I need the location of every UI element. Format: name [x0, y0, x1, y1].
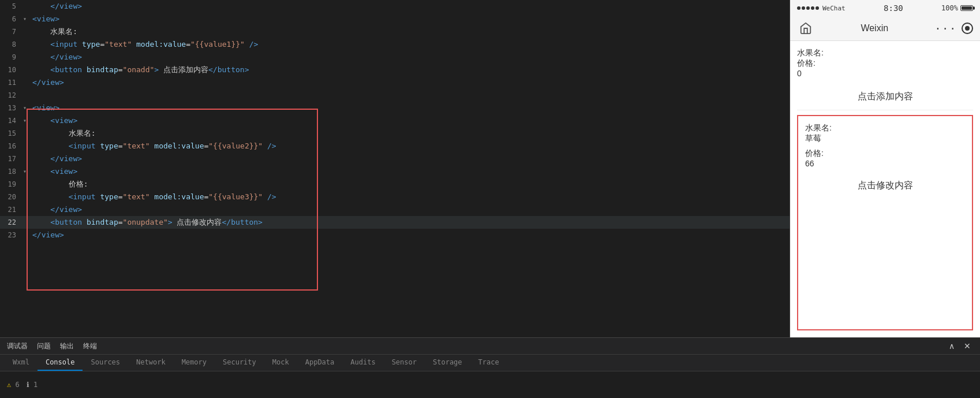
panel-close-button[interactable]: ✕: [962, 340, 973, 352]
tab-wxml[interactable]: Wxml: [5, 355, 38, 371]
fruit-label-edit: 水果名:: [805, 123, 965, 133]
line-content-22: <button bindtap="onupdate"> 点击修改内容</butt…: [32, 216, 790, 229]
signal-dot-3: [806, 6, 810, 10]
warning-icon: ⚠: [7, 381, 11, 389]
line-num-5: 5: [0, 0, 23, 13]
battery-fill: [962, 6, 972, 10]
tab-audits[interactable]: Audits: [342, 355, 383, 371]
line-content-10: <button bindtap="onadd"> 点击添加内容</button>: [32, 64, 790, 76]
code-line-5: 5 </view>: [0, 0, 790, 13]
line-arrow-13: ▾: [23, 102, 32, 114]
record-inner: [965, 26, 970, 31]
line-num-18: 18: [0, 165, 23, 178]
line-content-8: <input type="text" model:value="{{value1…: [32, 38, 790, 51]
line-num-11: 11: [0, 76, 23, 89]
line-num-10: 10: [0, 64, 23, 76]
status-info: ℹ 1: [27, 381, 38, 389]
tab-security[interactable]: Security: [215, 355, 264, 371]
tab-memory[interactable]: Memory: [174, 355, 215, 371]
line-num-16: 16: [0, 140, 23, 152]
line-num-14: 14: [0, 114, 23, 127]
bottom-tabs: Wxml Console Sources Network Memory Secu…: [0, 355, 980, 371]
code-line-15: 15 水果名:: [0, 127, 790, 140]
line-num-22: 22: [0, 216, 23, 229]
info-count: 1: [33, 381, 38, 389]
battery-percent: 100%: [941, 4, 958, 12]
record-button[interactable]: [962, 23, 973, 34]
update-button-container[interactable]: 点击修改内容: [805, 173, 965, 199]
code-line-6: 6 ▾ <view>: [0, 13, 790, 25]
panel-label-terminal[interactable]: 终端: [83, 341, 97, 351]
home-button[interactable]: [797, 20, 814, 37]
signal-dot-1: [797, 6, 801, 10]
code-line-11: 11 </view>: [0, 76, 790, 89]
line-content-21: </view>: [32, 203, 790, 216]
line-num-19: 19: [0, 178, 23, 191]
line-content-5: </view>: [32, 0, 790, 13]
code-line-9: 9 </view>: [0, 51, 790, 64]
tab-trace[interactable]: Trace: [470, 355, 507, 371]
line-num-17: 17: [0, 152, 23, 165]
panel-controls: ∧ ✕: [947, 340, 973, 352]
status-warning: ⚠ 6: [7, 381, 20, 389]
tab-network[interactable]: Network: [128, 355, 174, 371]
code-line-20: 20 <input type="text" model:value="{{val…: [0, 191, 790, 203]
price-value-top: 0: [797, 69, 973, 78]
fruit-label-top: 水果名:: [797, 48, 973, 58]
line-num-13: 13: [0, 102, 23, 114]
line-num-23: 23: [0, 229, 23, 241]
panel-collapse-button[interactable]: ∧: [947, 340, 957, 352]
code-line-10: 10 <button bindtap="onadd"> 点击添加内容</butt…: [0, 64, 790, 76]
price-label-edit: 价格:: [805, 148, 965, 159]
panel-header: 调试器 问题 输出 终端 ∧ ✕: [0, 338, 980, 355]
line-content-20: <input type="text" model:value="{{value3…: [32, 191, 790, 203]
panel-label-output[interactable]: 输出: [60, 341, 74, 351]
nav-title: Weixin: [861, 23, 888, 34]
code-line-21: 21 </view>: [0, 203, 790, 216]
signal-dot-5: [816, 6, 819, 10]
phone-time: 8:30: [884, 3, 903, 13]
line-content-14: <view>: [32, 114, 790, 127]
main-area: 5 </view> 6 ▾ <view> 7 水果名: 8 <: [0, 0, 980, 337]
add-button-container[interactable]: 点击添加内容: [797, 84, 973, 110]
add-button-label: 点击添加内容: [858, 91, 913, 101]
tab-storage[interactable]: Storage: [425, 355, 470, 371]
code-line-22: 22 <button bindtap="onupdate"> 点击修改内容</b…: [0, 216, 790, 229]
phone-content: 水果名: 价格: 0 点击添加内容 水果名: 草莓 价格: 66 点击修改内容: [790, 41, 980, 337]
code-line-19: 19 价格:: [0, 178, 790, 191]
line-num-12: 12: [0, 89, 23, 102]
phone-status-bar: WeChat 8:30 100%: [790, 0, 980, 16]
code-line-23: 23 </view>: [0, 229, 790, 241]
line-content-19: 价格:: [32, 178, 790, 191]
bottom-content: ⚠ 6 ℹ 1: [0, 371, 980, 398]
code-line-17: 17 </view>: [0, 152, 790, 165]
line-content-16: <input type="text" model:value="{{value2…: [32, 140, 790, 152]
panel-label-issues[interactable]: 问题: [37, 341, 51, 351]
line-content-6: <view>: [32, 13, 790, 25]
code-editor: 5 </view> 6 ▾ <view> 7 水果名: 8 <: [0, 0, 790, 337]
line-num-21: 21: [0, 203, 23, 216]
code-line-12: 12: [0, 89, 790, 102]
code-line-13: 13 ▾ <view>: [0, 102, 790, 114]
tab-console[interactable]: Console: [38, 355, 83, 371]
console-status: ⚠ 6 ℹ 1: [7, 381, 38, 389]
tab-appdata[interactable]: AppData: [297, 355, 343, 371]
tab-sensor[interactable]: Sensor: [384, 355, 425, 371]
battery-icon: [960, 5, 973, 11]
status-left: WeChat: [797, 5, 846, 12]
signal-dot-2: [802, 6, 805, 10]
carrier-label: WeChat: [822, 5, 846, 12]
nav-more-icon[interactable]: ···: [934, 23, 957, 35]
edit-card: 水果名: 草莓 价格: 66 点击修改内容: [797, 115, 973, 330]
panel-label-debugger[interactable]: 调试器: [7, 341, 28, 351]
code-line-8: 8 <input type="text" model:value="{{valu…: [0, 38, 790, 51]
phone-preview: WeChat 8:30 100% Weixin ···: [790, 0, 980, 337]
line-num-7: 7: [0, 25, 23, 38]
line-content-23: </view>: [32, 229, 790, 241]
line-num-9: 9: [0, 51, 23, 64]
line-num-6: 6: [0, 13, 23, 25]
update-button-label: 点击修改内容: [858, 180, 913, 190]
tab-mock[interactable]: Mock: [264, 355, 297, 371]
code-line-7: 7 水果名:: [0, 25, 790, 38]
tab-sources[interactable]: Sources: [83, 355, 128, 371]
